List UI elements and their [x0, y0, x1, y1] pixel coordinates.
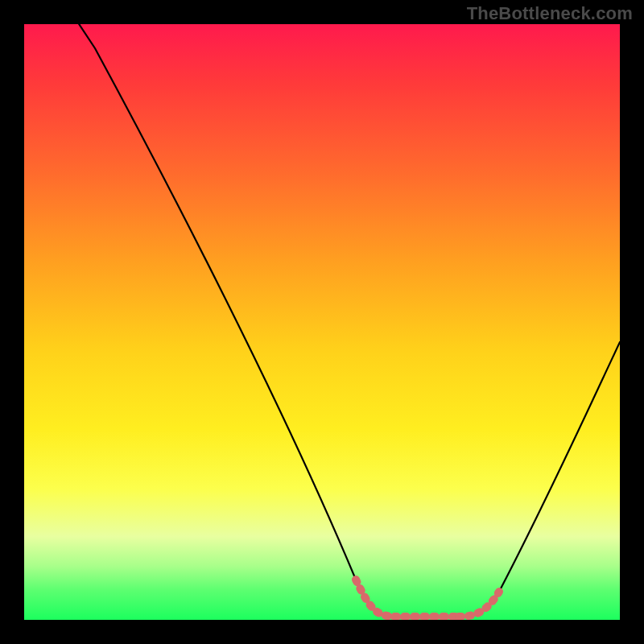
plot-area	[24, 24, 620, 620]
watermark-text: TheBottleneck.com	[467, 3, 633, 24]
curve-layer	[24, 24, 620, 620]
chart-canvas: TheBottleneck.com	[0, 0, 644, 644]
highlight-dash-right	[459, 592, 499, 617]
highlight-dash-left	[356, 580, 394, 617]
bottleneck-curve	[68, 24, 620, 617]
